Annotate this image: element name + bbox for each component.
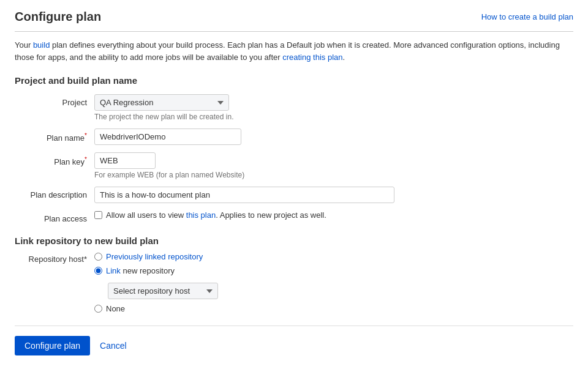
build-link[interactable]: build <box>33 40 50 50</box>
previously-linked-link[interactable]: Previously linked repository <box>106 252 203 261</box>
repo-option-none: None <box>94 304 218 313</box>
project-hint: The project the new plan will be created… <box>94 113 573 121</box>
repo-new-radio[interactable] <box>94 267 102 275</box>
repo-new-label[interactable]: Link new repository <box>106 266 175 275</box>
plan-access-field-wrap: Allow all users to view this plan. Appli… <box>94 210 573 220</box>
help-link[interactable]: How to create a build plan <box>481 12 573 21</box>
plan-name-field-wrap <box>94 128 573 145</box>
project-select[interactable]: QA Regression <box>94 94 229 111</box>
plan-access-label: Plan access <box>15 210 94 223</box>
repo-prev-label[interactable]: Previously linked repository <box>106 252 203 261</box>
page-header: Configure plan How to create a build pla… <box>15 10 573 32</box>
plan-key-label: Plan key* <box>15 152 94 166</box>
repo-option-previously-linked: Previously linked repository <box>94 252 218 261</box>
configure-plan-button[interactable]: Configure plan <box>15 336 90 355</box>
project-label: Project <box>15 94 94 107</box>
project-field-wrap: QA Regression The project the new plan w… <box>94 94 573 121</box>
repo-none-label[interactable]: None <box>106 304 125 313</box>
link-new-link[interactable]: Link <box>106 266 121 275</box>
required-marker3: * <box>84 255 87 264</box>
creating-plan-link[interactable]: creating this plan <box>282 53 342 62</box>
plan-desc-field-wrap <box>94 187 573 203</box>
page-container: Configure plan How to create a build pla… <box>0 0 588 365</box>
intro-text: Your build plan defines everything about… <box>15 39 573 63</box>
this-plan-link[interactable]: this plan <box>186 210 216 220</box>
plan-key-field-wrap: For example WEB (for a plan named Websit… <box>94 152 573 179</box>
link-repo-title: Link repository to new build plan <box>15 236 573 246</box>
required-marker: * <box>85 132 87 139</box>
plan-key-input[interactable] <box>94 152 156 169</box>
plan-name-input[interactable] <box>94 128 241 145</box>
link-repo-section: Link repository to new build plan Reposi… <box>15 236 573 313</box>
cancel-button[interactable]: Cancel <box>97 336 129 355</box>
project-row: Project QA Regression The project the ne… <box>15 94 573 121</box>
footer-actions: Configure plan Cancel <box>15 326 573 355</box>
section1-title: Project and build plan name <box>15 75 573 86</box>
plan-desc-input[interactable] <box>94 187 394 203</box>
repo-option-link-new: Link new repository <box>94 266 218 275</box>
project-build-section: Project and build plan name Project QA R… <box>15 75 573 223</box>
plan-name-label: Plan name* <box>15 128 94 143</box>
required-marker2: * <box>85 156 87 163</box>
plan-desc-label: Plan description <box>15 187 94 199</box>
repo-prev-radio[interactable] <box>94 253 102 261</box>
repo-none-radio[interactable] <box>94 305 102 313</box>
plan-access-row: Plan access Allow all users to view this… <box>15 210 573 223</box>
select-repo-host[interactable]: Select repository host GitHub Bitbucket … <box>108 283 218 299</box>
select-repo-host-wrap: Select repository host GitHub Bitbucket … <box>108 283 218 299</box>
plan-name-row: Plan name* <box>15 128 573 145</box>
plan-desc-row: Plan description <box>15 187 573 203</box>
plan-access-checkbox[interactable] <box>94 211 102 219</box>
repo-options: Previously linked repository Link new re… <box>94 252 218 313</box>
plan-access-checkbox-label[interactable]: Allow all users to view this plan. Appli… <box>106 210 326 220</box>
repo-host-label: Repository host* <box>15 252 94 264</box>
repo-host-row: Repository host* Previously linked repos… <box>15 252 573 313</box>
page-title: Configure plan <box>15 10 101 24</box>
plan-key-hint: For example WEB (for a plan named Websit… <box>94 171 573 179</box>
plan-access-checkbox-row: Allow all users to view this plan. Appli… <box>94 210 573 220</box>
plan-key-row: Plan key* For example WEB (for a plan na… <box>15 152 573 179</box>
